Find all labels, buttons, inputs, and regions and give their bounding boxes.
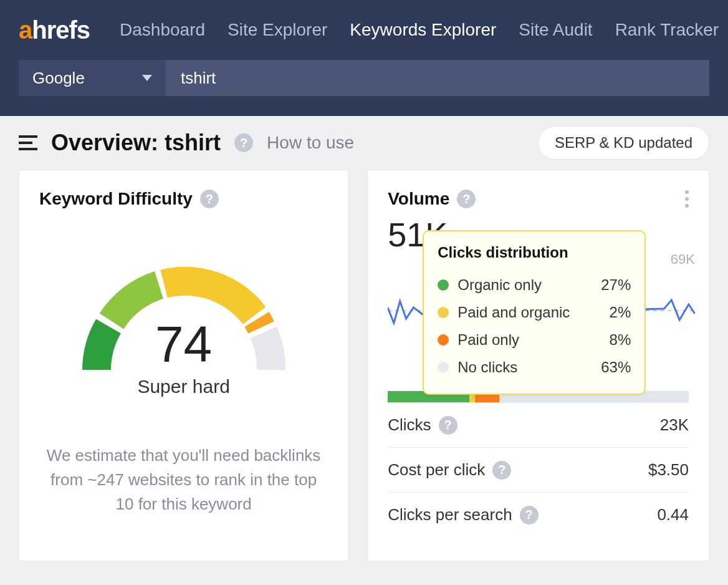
dist-row-organic: Organic only 27%	[438, 271, 631, 299]
metric-label: Cost per click	[388, 460, 485, 480]
kd-note: We estimate that you'll need backlinks f…	[39, 443, 328, 516]
engine-select[interactable]: Google	[19, 60, 166, 96]
nav-row: ahrefs Dashboard Site Explorer Keywords …	[0, 0, 728, 60]
keyword-input[interactable]	[166, 60, 709, 96]
nav-links: Dashboard Site Explorer Keywords Explore…	[120, 20, 719, 40]
dot-icon	[438, 279, 449, 291]
kd-label: Super hard	[72, 376, 296, 397]
help-icon[interactable]: ?	[200, 190, 219, 208]
menu-icon[interactable]	[19, 135, 37, 150]
keyword-difficulty-card: Keyword Difficulty ? 74 Super hard We e	[19, 170, 348, 561]
volume-heading: Volume	[388, 189, 449, 209]
nav-dashboard[interactable]: Dashboard	[120, 20, 205, 40]
nav-rank-tracker[interactable]: Rank Tracker	[615, 20, 719, 40]
gauge-center: 74 Super hard	[72, 319, 296, 397]
more-menu-icon[interactable]	[685, 190, 689, 208]
clicks-distribution-tooltip: Clicks distribution Organic only 27% Pai…	[423, 230, 646, 395]
engine-select-label: Google	[32, 69, 85, 88]
serp-updated-button[interactable]: SERP & KD updated	[538, 126, 709, 160]
subheader: Overview: tshirt ? How to use SERP & KD …	[0, 116, 728, 170]
nav-site-explorer[interactable]: Site Explorer	[228, 20, 327, 40]
nav-site-audit[interactable]: Site Audit	[519, 20, 592, 40]
dist-label: Organic only	[457, 276, 542, 294]
dist-pct: 27%	[601, 276, 631, 294]
help-icon[interactable]: ?	[439, 416, 457, 435]
cards-row: Keyword Difficulty ? 74 Super hard We e	[0, 170, 728, 561]
help-icon[interactable]: ?	[520, 506, 539, 525]
metric-cpc: Cost per click? $3.50	[388, 447, 689, 492]
metric-cps: Clicks per search? 0.44	[388, 492, 689, 537]
kd-gauge: 74 Super hard	[39, 245, 328, 389]
metric-clicks: Clicks? 23K	[388, 402, 689, 447]
dist-pct: 8%	[610, 331, 631, 349]
dist-label: Paid only	[457, 331, 519, 349]
dist-label: Paid and organic	[457, 304, 570, 321]
metric-value: 23K	[660, 415, 689, 435]
dot-icon	[438, 334, 449, 346]
nav-keywords-explorer[interactable]: Keywords Explorer	[350, 20, 496, 40]
help-icon[interactable]: ?	[492, 461, 511, 480]
metric-label: Clicks	[388, 415, 431, 435]
caret-down-icon	[142, 75, 152, 81]
dist-pct: 63%	[601, 359, 631, 376]
volume-card: Volume ? 51K 69K Clicks distribution Org…	[367, 170, 709, 561]
search-row: Google	[0, 60, 728, 96]
dist-row-noclicks: No clicks 63%	[438, 354, 631, 381]
help-icon[interactable]: ?	[234, 133, 253, 152]
tooltip-title: Clicks distribution	[438, 244, 631, 261]
dot-icon	[438, 307, 449, 318]
volume-axis-max: 69K	[671, 251, 695, 268]
dist-pct: 2%	[610, 304, 631, 321]
dist-row-paid-organic: Paid and organic 2%	[438, 299, 631, 326]
page-title: Overview: tshirt	[51, 130, 221, 156]
dot-icon	[438, 362, 449, 373]
gauge-chart: 74 Super hard	[72, 245, 296, 389]
kd-heading: Keyword Difficulty	[39, 189, 193, 209]
how-to-use-link[interactable]: How to use	[267, 133, 354, 153]
kd-card-header: Keyword Difficulty ?	[39, 189, 328, 209]
top-nav: ahrefs Dashboard Site Explorer Keywords …	[0, 0, 728, 116]
kd-value: 74	[72, 319, 296, 370]
dist-row-paid: Paid only 8%	[438, 326, 631, 354]
ahrefs-logo[interactable]: ahrefs	[19, 16, 90, 44]
metric-label: Clicks per search	[388, 505, 512, 525]
vol-card-header: Volume ?	[388, 189, 689, 209]
dist-label: No clicks	[457, 359, 517, 376]
help-icon[interactable]: ?	[457, 190, 476, 208]
metric-value: 0.44	[657, 505, 689, 525]
metric-value: $3.50	[648, 460, 689, 480]
